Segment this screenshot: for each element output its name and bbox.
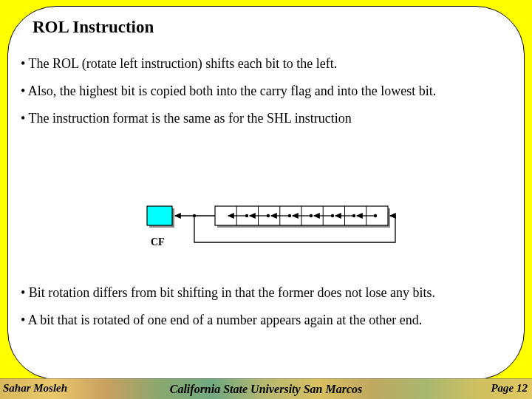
svg-rect-1 bbox=[147, 206, 172, 225]
svg-point-26 bbox=[374, 214, 377, 217]
footer-page: Page 12 bbox=[491, 382, 528, 395]
bullet-item: The ROL (rotate left instruction) shifts… bbox=[21, 56, 508, 72]
footer-page-label: Page bbox=[491, 382, 514, 394]
bullet-item: Also, the highest bit is copied both int… bbox=[21, 83, 508, 99]
svg-point-23 bbox=[310, 214, 313, 217]
svg-point-22 bbox=[288, 214, 291, 217]
slide-title: ROL Instruction bbox=[33, 18, 154, 37]
svg-point-24 bbox=[331, 214, 334, 217]
rol-diagram bbox=[144, 201, 403, 256]
svg-point-20 bbox=[245, 214, 248, 217]
cf-label: CF bbox=[151, 236, 165, 248]
bullet-item: The instruction format is the same as fo… bbox=[21, 111, 508, 126]
bullet-item: A bit that is rotated of one end of a nu… bbox=[21, 313, 508, 328]
svg-point-25 bbox=[352, 214, 355, 217]
svg-point-19 bbox=[193, 214, 196, 217]
footer-institution: California State University San Marcos bbox=[0, 383, 532, 396]
footer-bar: Sahar Mosleh California State University… bbox=[0, 378, 532, 399]
bullet-list-top: The ROL (rotate left instruction) shifts… bbox=[21, 56, 508, 139]
footer-page-number: 12 bbox=[516, 382, 528, 394]
svg-point-21 bbox=[267, 214, 270, 217]
bullet-list-bottom: Bit rotation differs from bit shifting i… bbox=[21, 285, 508, 340]
bullet-item: Bit rotation differs from bit shifting i… bbox=[21, 285, 508, 301]
